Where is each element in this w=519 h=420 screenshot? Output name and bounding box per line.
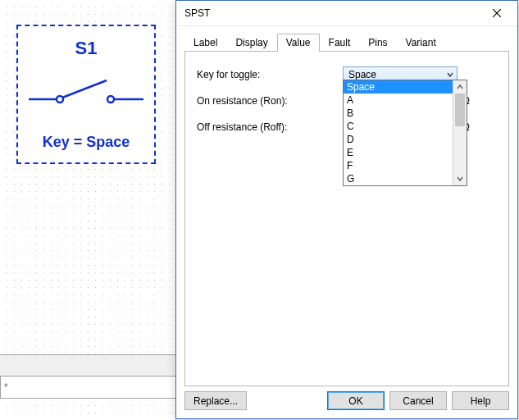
help-button[interactable]: Help xyxy=(452,391,509,410)
scroll-down-button[interactable] xyxy=(453,172,467,185)
close-button[interactable] xyxy=(481,3,512,23)
dropdown-option[interactable]: D xyxy=(344,133,453,146)
tab-value[interactable]: Value xyxy=(277,34,320,52)
tab-fault[interactable]: Fault xyxy=(320,34,360,52)
dropdown-option[interactable]: C xyxy=(344,120,453,133)
on-resistance-label: On resistance (Ron): xyxy=(197,95,343,107)
key-for-toggle-label: Key for toggle: xyxy=(197,69,343,80)
svg-line-2 xyxy=(62,80,107,98)
workspace-status-field[interactable]: * xyxy=(0,376,180,399)
dropdown-list: Space A B C D E F G xyxy=(344,80,453,185)
tab-pins[interactable]: Pins xyxy=(359,34,396,52)
cancel-button[interactable]: Cancel xyxy=(389,391,447,410)
component-key-label: Key = Space xyxy=(43,134,130,151)
svg-point-3 xyxy=(107,96,114,103)
dropdown-option[interactable]: A xyxy=(344,94,453,107)
chevron-down-icon xyxy=(447,71,453,78)
close-icon xyxy=(493,9,501,17)
dialog-titlebar: SPST xyxy=(176,1,517,26)
switch-symbol-icon xyxy=(29,71,143,112)
scroll-thumb[interactable] xyxy=(455,94,465,126)
key-for-toggle-dropdown[interactable]: Space A B C D E F G xyxy=(343,80,467,186)
scroll-up-button[interactable] xyxy=(453,80,467,94)
tab-row: Label Display Value Fault Pins Variant xyxy=(184,31,509,52)
dropdown-option[interactable]: Space xyxy=(344,80,453,94)
dialog-title: SPST xyxy=(184,7,481,19)
dropdown-option[interactable]: E xyxy=(344,146,453,159)
dropdown-option[interactable]: F xyxy=(344,159,453,172)
dropdown-scrollbar[interactable] xyxy=(453,80,467,185)
component-spst[interactable]: S1 Key = Space xyxy=(16,25,156,164)
replace-button[interactable]: Replace... xyxy=(184,391,247,410)
ok-button[interactable]: OK xyxy=(327,391,385,410)
off-resistance-label: Off resistance (Roff): xyxy=(197,121,343,133)
value-tab-panel: Key for toggle: Space On resistance (Ron… xyxy=(184,52,509,386)
dropdown-option[interactable]: B xyxy=(344,107,453,120)
key-for-toggle-value: Space xyxy=(348,69,376,80)
tab-display[interactable]: Display xyxy=(226,34,276,52)
status-text: * xyxy=(4,381,8,393)
tab-label[interactable]: Label xyxy=(184,34,226,52)
dropdown-option[interactable]: G xyxy=(344,172,453,185)
spst-properties-dialog: SPST Label Display Value Fault Pins Vari… xyxy=(175,0,518,419)
dialog-button-row: Replace... OK Cancel Help xyxy=(176,386,517,418)
tab-variant[interactable]: Variant xyxy=(397,34,445,52)
component-refdes: S1 xyxy=(75,38,98,59)
